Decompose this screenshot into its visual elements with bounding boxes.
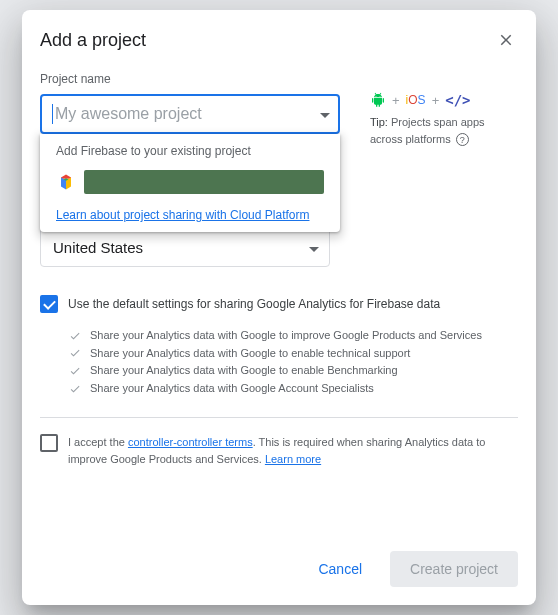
modal-footer: Cancel Create project [22,535,536,605]
plus-separator-1: + [392,93,400,108]
project-row: Project name My awesome project Add Fire… [40,72,518,147]
accept-row: I accept the controller-controller terms… [40,434,518,467]
defaults-checkbox[interactable] [40,295,58,313]
bullet-item: Share your Analytics data with Google to… [68,362,518,380]
controller-terms-link[interactable]: controller-controller terms [128,436,253,448]
learn-more-link[interactable]: Learn more [265,453,321,465]
gcp-icon [56,172,76,192]
check-icon [68,330,82,342]
defaults-label: Use the default settings for sharing Goo… [68,295,440,313]
redacted-project-name [84,170,324,194]
learn-sharing-link[interactable]: Learn about project sharing with Cloud P… [50,208,330,222]
modal-title: Add a project [40,30,146,51]
project-name-placeholder: My awesome project [55,105,202,123]
tip-text: Tip: Projects span apps across platforms… [370,114,518,147]
platform-icons-row: + iOS + </> [370,92,518,108]
close-icon [497,31,515,49]
chevron-down-icon [309,239,319,256]
project-name-input[interactable]: My awesome project [40,94,340,134]
check-icon [68,383,82,395]
project-suggestions-panel: Add Firebase to your existing project Le… [40,134,340,232]
existing-project-item[interactable] [50,166,330,198]
defaults-bullets: Share your Analytics data with Google to… [68,327,518,397]
web-icon: </> [445,92,470,108]
defaults-row: Use the default settings for sharing Goo… [40,295,518,313]
modal-header: Add a project [22,10,536,60]
suggest-header: Add Firebase to your existing project [50,144,330,158]
project-name-column: Project name My awesome project Add Fire… [40,72,340,147]
text-cursor [52,104,53,124]
accept-checkbox[interactable] [40,434,58,452]
bullet-item: Share your Analytics data with Google Ac… [68,380,518,398]
accept-text: I accept the controller-controller terms… [68,434,518,467]
create-project-button[interactable]: Create project [390,551,518,587]
chevron-down-icon [320,105,330,123]
tip-column: + iOS + </> Tip: Projects span apps acro… [370,72,518,147]
ios-icon: iOS [406,93,426,107]
add-project-modal: Add a project Project name My awesome pr… [22,10,536,605]
check-icon [68,365,82,377]
android-icon [370,92,386,108]
region-select[interactable]: United States [40,227,330,267]
plus-separator-2: + [432,93,440,108]
divider [40,417,518,418]
modal-content: Project name My awesome project Add Fire… [22,60,536,535]
bullet-item: Share your Analytics data with Google to… [68,327,518,345]
check-icon [68,347,82,359]
project-name-label: Project name [40,72,340,86]
region-value: United States [53,239,143,256]
bullet-item: Share your Analytics data with Google to… [68,345,518,363]
cancel-button[interactable]: Cancel [298,551,382,587]
project-name-wrapper: My awesome project Add Firebase to your … [40,94,340,134]
close-button[interactable] [494,28,518,52]
info-icon[interactable]: ? [456,133,469,146]
